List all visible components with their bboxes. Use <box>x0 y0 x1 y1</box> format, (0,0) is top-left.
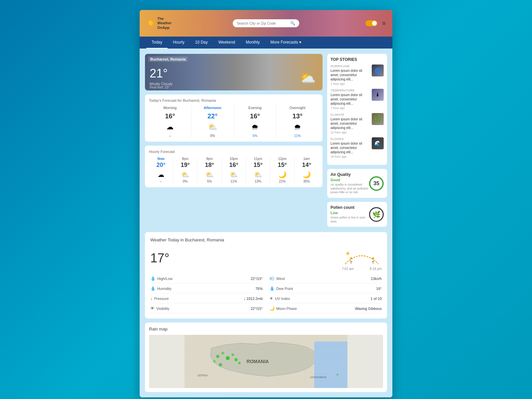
search-bar[interactable]: 🔍 <box>233 19 299 27</box>
logo: ☀️ The Weather OnApp <box>146 17 172 30</box>
weather-details: 💧 High/Low 22°/15° 💧 Humidity 76% <box>150 276 382 313</box>
period-morning-precip: -- <box>169 134 171 138</box>
nav-monthly[interactable]: Monthly <box>240 37 265 49</box>
rain-map-card: Rain map ROMANIA <box>145 323 387 392</box>
period-evening-temp: 16° <box>250 112 260 120</box>
nav-weekend[interactable]: Weekend <box>213 37 240 49</box>
svg-point-13 <box>238 362 241 364</box>
weather-today-card: Weather Today in Bucharest, Romania 17° … <box>145 232 387 319</box>
nav-hourly[interactable]: Hourly <box>168 37 190 49</box>
visibility-icon: 👁 <box>150 306 155 311</box>
svg-text:☀: ☀ <box>345 250 350 257</box>
detail-uvindex: ☀ UV Index 1 of 10 <box>269 296 382 303</box>
hour-9pm: 9pm 18° ⛅ 5% <box>198 157 222 183</box>
period-afternoon-label: Afternoon <box>204 106 221 110</box>
period-evening-precip: 5% <box>253 134 257 138</box>
pollen-description: Grass pollen is low in your area <box>331 216 369 223</box>
sunset-time: 8:14 pm <box>370 267 382 271</box>
forecast-periods: Morning 16° ☁ -- Afternoon 22° ⛅ 0% Even… <box>149 106 319 138</box>
hour-8pm-precip: 0% <box>183 180 188 183</box>
period-evening-label: Evening <box>248 106 262 110</box>
hour-1am-label: 1am <box>303 157 310 161</box>
logo-icon: ☀️ <box>146 19 155 28</box>
sun-arc-svg: ☀ <box>342 246 382 266</box>
detail-wind-value: 13kn/h <box>371 277 382 281</box>
period-evening: Evening 16° 🌧 5% <box>234 106 277 138</box>
story-climate-time: 12 hour ago <box>331 131 369 134</box>
daily-forecast-title: Today's Forecast for Bucharest, Romania <box>149 98 319 102</box>
sun-arc: ☀ 7:01 am 8:14 pm <box>342 246 382 271</box>
detail-uvindex-value: 1 of 10 <box>370 297 382 301</box>
detail-visibility: 👁 Visibility 22°/15° <box>150 306 263 313</box>
pollen-card: Pollen count Low Grass pollen is low in … <box>327 202 387 227</box>
app-container: ☀️ The Weather OnApp 🔍 ≡ Today Hourly 10… <box>140 10 392 397</box>
weather-today-temp: 17° <box>150 251 169 265</box>
aq-gauge: 35 <box>369 176 384 191</box>
hour-1am: 1am 14° 🌙 35% <box>295 157 319 183</box>
nav-today[interactable]: Today <box>146 37 168 49</box>
hour-1am-precip: 35% <box>303 180 310 183</box>
hour-12pm-precip: 21% <box>279 180 286 183</box>
uvindex-icon: ☀ <box>269 296 273 301</box>
hourly-periods: Now 20° ☁ -- 8pm 19° ⛅ 0% 9pm 18° ⛅ <box>149 157 319 183</box>
hero-realfeel: Real feel: 23° <box>150 85 170 89</box>
pollen-info: Pollen count Low Grass pollen is low in … <box>331 205 369 223</box>
hour-1am-temp: 14° <box>302 162 311 169</box>
story-hurricane-thumb: 🌀 <box>372 65 384 76</box>
story-climate-category: CLIMATE <box>331 113 369 116</box>
nav-more[interactable]: More Forecasts ▾ <box>265 37 307 49</box>
story-floods-thumb: 🌊 <box>372 137 384 149</box>
story-floods-time: 18 hour ago <box>331 155 369 158</box>
story-temperature-text: Lorem ipsum dolor sit amet, consectetur … <box>331 93 369 106</box>
svg-point-7 <box>221 352 224 354</box>
story-temperature-thumb: 🌡 <box>372 89 384 101</box>
nav-bar: Today Hourly 10 Day Weekend Monthly More… <box>140 37 392 49</box>
detail-wind: 💨 Wind 13kn/h <box>269 276 382 283</box>
detail-wind-label: 💨 Wind <box>269 276 285 281</box>
moonphase-icon: 🌙 <box>269 306 275 311</box>
weather-details-left: 💧 High/Low 22°/15° 💧 Humidity 76% <box>150 276 263 313</box>
search-icon: 🔍 <box>290 21 295 26</box>
main-content: Bucharest, Romania 21° Mostly Cloudy Rea… <box>140 49 392 232</box>
story-climate-thumb: 🌿 <box>372 113 384 125</box>
svg-text:SERBIA: SERBIA <box>197 374 208 377</box>
detail-humidity-value: 76% <box>255 287 263 291</box>
story-temperature: TEMPERATURE Lorem ipsum dolor sit amet, … <box>331 89 384 110</box>
story-hurricane-time: 1 hour ago <box>331 82 369 85</box>
search-input[interactable] <box>237 21 288 25</box>
daily-forecast-card: Today's Forecast for Bucharest, Romania … <box>145 94 323 142</box>
story-temperature-category: TEMPERATURE <box>331 89 369 92</box>
detail-highlow: 💧 High/Low 22°/15° <box>150 276 263 283</box>
menu-icon[interactable]: ≡ <box>382 20 386 27</box>
weather-details-right: 💨 Wind 13kn/h 💧 Dew Point 16° <box>269 276 382 313</box>
svg-text:CONSTANȚA: CONSTANȚA <box>310 376 327 379</box>
period-overnight-label: Overnight <box>290 106 306 110</box>
hour-12pm-icon: 🌙 <box>278 171 287 179</box>
map-svg: ROMANIA SERBIA CONSTANȚA <box>149 335 383 388</box>
story-floods-category: FLOODS <box>331 137 369 141</box>
period-evening-icon: 🌧 <box>251 123 259 131</box>
story-hurricane-category: HURRICANE <box>331 65 369 68</box>
period-morning-temp: 16° <box>165 112 175 120</box>
weather-today-top: 17° ☀ 7:01 am 8:14 pm <box>150 246 382 271</box>
hour-now-label: Now <box>157 157 164 161</box>
detail-dewpoint-value: 16° <box>376 287 382 291</box>
theme-toggle[interactable] <box>365 20 377 26</box>
svg-point-1 <box>372 257 374 259</box>
detail-visibility-label: 👁 Visibility <box>150 306 170 311</box>
nav-10day[interactable]: 10 Day <box>190 37 213 49</box>
period-afternoon-icon: ⛅ <box>208 123 217 131</box>
bottom-section: Weather Today in Bucharest, Romania 17° … <box>140 232 392 397</box>
hero-location: Bucharest, Romania <box>148 57 188 62</box>
hero-weather-icon: ⛅ <box>299 70 316 86</box>
hour-10pm-temp: 16° <box>229 162 238 169</box>
hour-10pm-label: 10pm <box>229 157 238 161</box>
hourly-forecast-card: Hourly Forecast Now 20° ☁ -- 8pm 19° ⛅ 0… <box>145 146 323 187</box>
svg-point-0 <box>350 257 352 259</box>
pollen-status: Low <box>331 211 369 215</box>
detail-dewpoint-label: 💧 Dew Point <box>269 286 293 291</box>
detail-highlow-value: 22°/15° <box>251 277 263 281</box>
period-afternoon-temp: 22° <box>207 112 217 120</box>
top-stories-title: TOP STORIES <box>331 57 384 62</box>
wind-icon: 💨 <box>269 276 275 281</box>
